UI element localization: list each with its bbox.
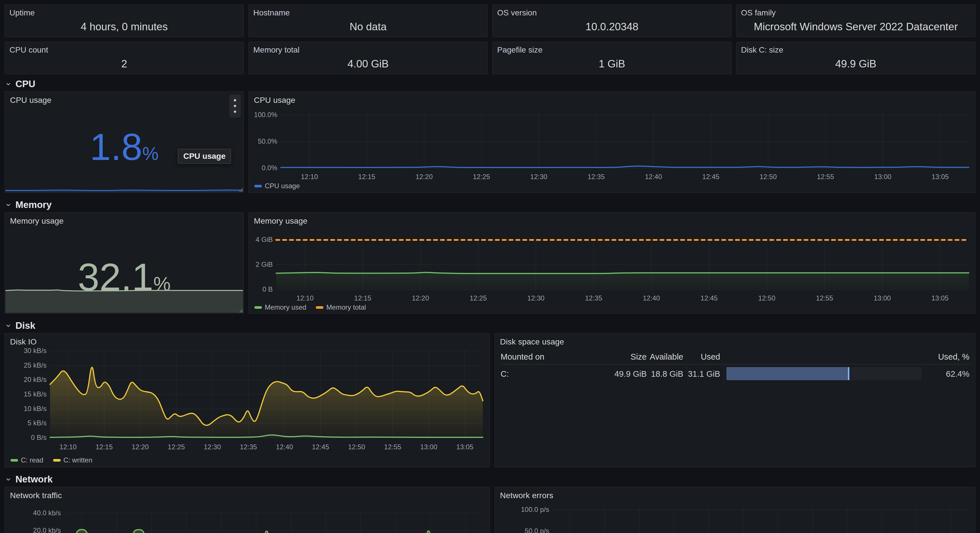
disk-io-chart-panel: Disk IO 0 B/s5 kB/s10 kB/s15 kB/s20 kB/s… bbox=[5, 333, 490, 467]
x-axis-tick-label: 12:40 bbox=[636, 173, 671, 181]
stat-value: No data bbox=[249, 21, 487, 33]
bar-gauge-fill bbox=[726, 367, 848, 380]
stat-panels-grid: Uptime 4 hours, 0 minutes Hostname No da… bbox=[5, 5, 975, 74]
section-title: Disk bbox=[16, 320, 35, 331]
col-header-used-pct[interactable]: Used, % bbox=[907, 352, 969, 362]
panel-title[interactable]: CPU count bbox=[10, 45, 48, 55]
stat-value: 4.00 GiB bbox=[249, 58, 487, 70]
used-percent-bar-gauge bbox=[726, 367, 922, 380]
net_traffic-plot[interactable] bbox=[64, 511, 483, 533]
col-header-mounted-on[interactable]: Mounted on bbox=[501, 352, 544, 362]
x-axis-tick-label: 12:40 bbox=[634, 294, 668, 302]
legend-item[interactable]: C: read bbox=[11, 456, 43, 464]
chevron-down-icon bbox=[5, 322, 12, 329]
legend-series-label: C: read bbox=[21, 456, 43, 464]
y-axis-tick-label: 10 kB/s bbox=[4, 405, 46, 413]
memory_ts-plot[interactable] bbox=[276, 237, 969, 290]
x-axis-tick-label: 12:20 bbox=[407, 173, 441, 181]
panel-title[interactable]: Memory total bbox=[253, 45, 300, 55]
panel-title[interactable]: Disk IO bbox=[10, 337, 37, 346]
legend-item[interactable]: Memory used bbox=[255, 303, 306, 311]
panel-title[interactable]: Hostname bbox=[253, 8, 290, 17]
panel-resize-handle[interactable] bbox=[239, 308, 243, 313]
legend-item[interactable]: C: written bbox=[53, 456, 92, 464]
chart-legend: C: readC: written bbox=[11, 456, 92, 464]
x-axis-tick-label: 13:05 bbox=[923, 173, 958, 181]
section-row-memory[interactable]: Memory bbox=[5, 199, 975, 211]
x-axis-tick-label: 12:20 bbox=[123, 443, 157, 451]
panel-title[interactable]: Network traffic bbox=[10, 491, 62, 500]
bar-gauge-edge bbox=[848, 367, 850, 380]
legend-series-label: Memory used bbox=[265, 303, 306, 311]
x-axis-tick-label: 13:05 bbox=[448, 443, 482, 451]
x-axis-tick-label: 12:10 bbox=[292, 173, 326, 181]
x-axis-tick-label: 12:35 bbox=[579, 173, 613, 181]
legend-item[interactable]: CPU usage bbox=[255, 182, 300, 190]
panel-title[interactable]: Uptime bbox=[10, 8, 35, 17]
panel-title[interactable]: CPU usage bbox=[254, 96, 295, 105]
cpu-usage-data-link[interactable]: CPU usage bbox=[178, 149, 231, 164]
cpu_usage_ts-plot[interactable] bbox=[281, 113, 969, 168]
memory-usage-chart-panel: Memory usage 0 B2 GiB4 GiB12:1012:1512:2… bbox=[248, 212, 975, 314]
x-axis-tick-label: 12:25 bbox=[159, 443, 194, 451]
panel-title[interactable]: Disk C: size bbox=[741, 45, 783, 55]
section-row-disk[interactable]: Disk bbox=[5, 320, 975, 332]
y-axis-tick-label: 0.0% bbox=[234, 164, 277, 172]
x-axis-tick-label: 13:00 bbox=[865, 173, 900, 181]
cell-used: 31.1 GiB bbox=[663, 369, 720, 379]
section-row-network[interactable]: Network bbox=[5, 474, 975, 485]
panel-title[interactable]: OS version bbox=[497, 8, 537, 17]
stat-panel-uptime: Uptime 4 hours, 0 minutes bbox=[5, 5, 244, 37]
table-header-separator bbox=[500, 364, 970, 365]
x-axis-tick-label: 12:10 bbox=[51, 443, 85, 451]
chevron-down-icon bbox=[5, 80, 12, 88]
panel-title[interactable]: Memory usage bbox=[10, 217, 64, 226]
panel-title[interactable]: CPU usage bbox=[10, 96, 51, 105]
x-axis-tick-label: 13:05 bbox=[923, 294, 957, 302]
disk_io-plot[interactable] bbox=[50, 349, 483, 438]
panel-title[interactable]: Disk space usage bbox=[500, 337, 564, 346]
network-traffic-chart-panel: Network traffic 20.0 kb/s40.0 kb/s bbox=[5, 487, 490, 533]
stat-value: 1 GiB bbox=[493, 58, 731, 70]
x-axis-tick-label: 12:45 bbox=[692, 294, 726, 302]
x-axis-tick-label: 12:15 bbox=[350, 173, 384, 181]
y-axis-tick-label: 25 kB/s bbox=[4, 361, 46, 369]
stat-value: 49.9 GiB bbox=[737, 58, 975, 70]
stat-panel-cpu-count: CPU count 2 bbox=[5, 42, 244, 74]
panel-title[interactable]: Pagefile size bbox=[497, 45, 542, 55]
x-axis-tick-label: 12:15 bbox=[87, 443, 121, 451]
y-axis-tick-label: 0 B/s bbox=[4, 434, 46, 442]
section-row-cpu[interactable]: CPU bbox=[5, 78, 975, 90]
x-axis-tick-label: 12:15 bbox=[346, 294, 380, 302]
panel-title[interactable]: Memory usage bbox=[254, 217, 308, 226]
net_errors-plot[interactable] bbox=[553, 508, 968, 533]
y-axis-tick-label: 2 GiB bbox=[230, 260, 273, 268]
x-axis-tick-label: 12:50 bbox=[749, 294, 784, 302]
y-axis-tick-label: 50.0% bbox=[234, 137, 277, 145]
x-axis-tick-label: 12:55 bbox=[807, 294, 842, 302]
legend-item[interactable]: Memory total bbox=[316, 303, 366, 311]
memory-usage-sparkline bbox=[5, 289, 243, 313]
cpu-usage-gauge-panel: CPU usage 1.8% CPU usage bbox=[5, 91, 244, 193]
cpu-usage-sparkline bbox=[5, 180, 243, 192]
panel-title[interactable]: Network errors bbox=[500, 491, 553, 500]
col-header-used[interactable]: Used bbox=[663, 352, 720, 362]
legend-series-label: Memory total bbox=[326, 303, 366, 311]
panel-resize-handle[interactable] bbox=[239, 188, 243, 192]
network-errors-chart-panel: Network errors 50.0 p/s100.0 p/s bbox=[495, 487, 975, 533]
cpu-usage-chart-panel: CPU usage 0.0%50.0%100.0%12:1012:1512:20… bbox=[248, 91, 975, 193]
legend-series-swatch bbox=[316, 306, 323, 309]
x-axis-tick-label: 12:40 bbox=[267, 443, 302, 451]
chevron-down-icon bbox=[5, 201, 12, 208]
legend-series-label: CPU usage bbox=[265, 182, 300, 190]
panel-title[interactable]: OS family bbox=[741, 8, 776, 17]
y-axis-tick-label: 50.0 p/s bbox=[506, 527, 549, 533]
y-axis-tick-label: 4 GiB bbox=[230, 236, 273, 244]
x-axis-tick-label: 12:25 bbox=[464, 173, 499, 181]
legend-series-swatch bbox=[11, 459, 18, 462]
y-axis-tick-label: 15 kB/s bbox=[4, 390, 46, 398]
chart-legend: CPU usage bbox=[255, 182, 300, 190]
x-axis-tick-label: 12:20 bbox=[403, 294, 438, 302]
y-axis-tick-label: 20.0 kb/s bbox=[18, 527, 61, 533]
x-axis-tick-label: 12:25 bbox=[461, 294, 495, 302]
